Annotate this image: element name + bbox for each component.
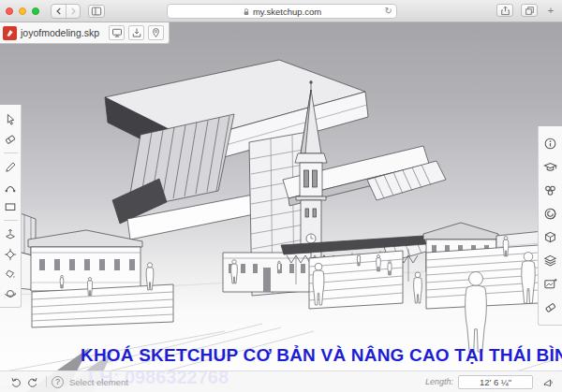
tool-divider	[4, 220, 18, 221]
redo-button[interactable]	[24, 374, 41, 389]
share-button[interactable]	[496, 4, 513, 17]
instructor-icon	[543, 160, 557, 174]
back-chevron-icon	[54, 7, 64, 16]
paint-tool-button[interactable]	[2, 264, 20, 283]
move-icon	[4, 248, 17, 261]
components-button[interactable]	[541, 179, 560, 202]
tab-overview-button[interactable]	[521, 4, 538, 17]
help-button[interactable]: ?	[52, 376, 64, 388]
sidebar-icon	[91, 7, 102, 16]
tags-button[interactable]	[541, 249, 560, 272]
left-tool-rail	[0, 105, 22, 308]
rectangle-icon	[4, 200, 17, 213]
app-toolbar: joyofmodeling.skp	[0, 22, 170, 44]
scenes-button[interactable]	[541, 272, 560, 296]
materials-button[interactable]	[541, 202, 560, 225]
feedback-button[interactable]	[542, 376, 555, 388]
push-pull-icon	[4, 228, 17, 241]
measurement-group: Length:	[425, 375, 555, 389]
move-tool-button[interactable]	[2, 244, 20, 264]
share-icon	[500, 6, 510, 16]
back-button[interactable]	[52, 5, 66, 18]
arc-tool-button[interactable]	[2, 177, 20, 196]
sketchup-web-window: my.sketchup.com ↻ +	[0, 0, 562, 392]
length-input[interactable]	[458, 375, 533, 389]
forward-chevron-icon	[68, 7, 78, 16]
right-panel-rail	[538, 126, 562, 326]
entity-info-button[interactable]	[541, 132, 560, 155]
arc-icon	[4, 181, 17, 194]
url-text: my.sketchup.com	[253, 7, 321, 17]
instructor-button[interactable]	[541, 155, 560, 179]
forward-button[interactable]	[66, 5, 80, 18]
save-download-icon	[131, 27, 142, 38]
tabs-icon	[525, 6, 535, 16]
add-location-button[interactable]	[148, 25, 164, 40]
tool-divider	[4, 152, 18, 153]
reload-icon[interactable]: ↻	[385, 6, 392, 16]
nav-button-group	[51, 4, 81, 19]
minimize-window-button[interactable]	[19, 7, 26, 15]
filename-label: joyofmodeling.skp	[21, 27, 99, 38]
sidebar-toggle-button[interactable]	[88, 5, 105, 18]
new-tab-button[interactable]: +	[545, 5, 556, 16]
pencil-icon	[4, 161, 17, 174]
status-bar: ? Select element Length:	[0, 370, 562, 392]
eraser-icon	[4, 133, 17, 146]
fullscreen-window-button[interactable]	[32, 7, 39, 15]
scenes-icon	[543, 277, 557, 291]
sketchup-logo-icon	[3, 26, 17, 40]
browser-titlebar: my.sketchup.com ↻ +	[0, 0, 562, 22]
undo-button[interactable]	[7, 374, 24, 389]
display-eraser-icon	[543, 300, 557, 314]
ad-overlay-line1: KHOÁ SKETCHUP CƠ BẢN VÀ NÂNG CAO TẠI THÁ…	[81, 345, 562, 366]
megaphone-icon	[542, 376, 555, 388]
entity-info-icon	[543, 137, 557, 151]
redo-icon	[26, 376, 39, 388]
close-window-button[interactable]	[6, 7, 13, 15]
select-tool-button[interactable]	[2, 109, 20, 129]
rectangle-tool-button[interactable]	[2, 196, 20, 216]
3d-model-scene	[0, 22, 562, 392]
styles-icon	[543, 230, 557, 244]
orbit-icon	[4, 287, 17, 300]
styles-button[interactable]	[541, 225, 560, 249]
length-label: Length:	[425, 377, 453, 386]
status-hint: Select element	[69, 377, 128, 387]
camera-views-button[interactable]	[109, 25, 125, 40]
select-arrow-icon	[4, 113, 17, 126]
lock-icon	[243, 7, 250, 16]
address-bar[interactable]: my.sketchup.com ↻	[167, 4, 397, 19]
model-canvas[interactable]: joyofmodeling.skp	[0, 22, 562, 392]
location-pin-icon	[151, 27, 161, 38]
pushpull-tool-button[interactable]	[2, 225, 20, 244]
chrome-right-buttons: +	[496, 4, 556, 17]
paint-bucket-icon	[4, 268, 17, 281]
save-button[interactable]	[128, 25, 144, 40]
materials-icon	[543, 207, 557, 221]
status-divider	[46, 376, 47, 387]
eraser-tool-button[interactable]	[2, 129, 20, 149]
orbit-tool-button[interactable]	[2, 283, 20, 303]
display-button[interactable]	[541, 296, 560, 319]
monitor-icon	[111, 27, 123, 38]
components-icon	[543, 183, 557, 197]
line-tool-button[interactable]	[2, 157, 20, 177]
layers-icon	[543, 254, 557, 268]
undo-icon	[9, 376, 22, 388]
